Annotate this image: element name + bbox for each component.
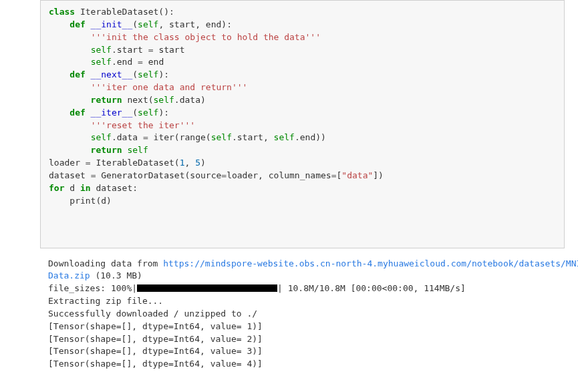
keyword-for: for [49,183,64,193]
keyword-return: return [49,145,122,155]
self-param: self [138,108,158,118]
keyword-def: def [49,19,86,29]
attr: .start [112,45,148,55]
attr: .start, [232,132,274,142]
keyword-def: def [49,108,86,118]
download-url[interactable]: https://mindspore-website.obs.cn-north-4… [163,258,578,268]
output-line: [Tensor(shape=[], dtype=Int64, value= 1)… [48,321,557,333]
progress-stats: | 10.8M/10.8M [00:00<00:00, 114MB/s] [277,283,466,293]
iter-target: dataset: [91,183,138,193]
code-line: dataset = GeneratorDataset(source=loader… [49,170,556,182]
bracket-close: ]) [373,170,384,180]
call: next( [122,95,154,105]
output-line: file_sizes: 100%|| 10.8M/10.8M [00:00<00… [48,282,557,295]
string-literal: "data" [341,170,373,180]
call: IterableDataset( [91,158,180,168]
docstring: '''reset the iter''' [91,120,196,130]
code-line: return next(self.data) [49,94,556,107]
paren-close: ): [158,69,169,79]
output-line: [Tensor(shape=[], dtype=Int64, value= 3)… [48,345,557,358]
attr: .end [112,57,138,67]
output-line: Data.zip (10.3 MB) [48,270,557,282]
var: d [64,183,80,193]
keyword-class: class [49,7,75,17]
progress-prefix: file_sizes: 100%| [48,283,137,293]
rhs: end [143,57,164,67]
code-line: loader = IterableDataset(1, 5) [49,157,556,170]
code-line: def __next__(self): [49,69,556,81]
int-literal: 1 [180,158,185,168]
code-line: def __init__(self, start, end): [49,19,556,31]
attr: .end)) [295,132,326,142]
code-line: return self [49,144,556,157]
size-text: (10.3 MB) [90,270,142,280]
eq-op: = [143,132,148,142]
indent [49,82,91,92]
call: GeneratorDataset(source [96,170,221,180]
code-line: self.end = end [49,56,556,69]
code-line: '''reset the iter''' [49,120,556,132]
docstring: '''init the class object to hold the dat… [91,32,321,42]
output-line: Downloading data from https://mindspore-… [48,258,557,270]
code-line: '''iter one data and return''' [49,81,556,94]
eq-op: = [221,170,227,180]
attr: .data [112,132,143,142]
params: , start, end): [158,19,232,29]
code-text: IterableDataset(): [75,7,174,17]
docstring: '''iter one data and return''' [91,82,248,92]
indent [49,120,91,130]
code-line: self.data = iter(range(self.start, self.… [49,132,556,144]
dl-prefix: Downloading data from [48,258,163,268]
output-cell: Downloading data from https://mindspore-… [40,254,565,375]
output-line: Successfully downloaded / unzipped to ./ [48,308,557,321]
eq-op: = [138,57,143,67]
code-cell: class IterableDataset(): def __init__(se… [40,0,565,248]
indent [49,45,91,55]
output-line: Extracting zip file... [48,295,557,308]
int-literal: 5 [195,158,200,168]
eq-op: = [331,170,337,180]
keyword-def: def [49,69,86,79]
paren-close: ) [200,158,206,168]
comma: , [185,158,196,168]
code-line: for d in dataset: [49,182,556,195]
self-ref: self [154,95,174,105]
self-param: self [138,69,158,79]
var: loader [49,158,86,168]
self-ref: self [274,132,295,142]
self-ref: self [211,132,232,142]
indent [49,32,91,42]
arg: loader, column_names [227,170,331,180]
self-ref: self [91,132,112,142]
dunder-next: __next__ [86,69,132,79]
var: dataset [49,170,91,180]
dunder-init: __init__ [86,19,132,29]
eq-op: = [148,45,154,55]
code-line: '''init the class object to hold the dat… [49,31,556,44]
code-line: print(d) [49,195,556,208]
keyword-return: return [49,95,122,105]
code-line: self.start = start [49,44,556,57]
paren: ( [132,108,138,118]
keyword-in: in [80,183,91,193]
self-ref: self [91,57,112,67]
paren: ( [132,69,138,79]
self-ref: self [91,45,112,55]
print-call: print(d) [49,196,112,206]
call: iter(range( [148,132,211,142]
output-line: [Tensor(shape=[], dtype=Int64, value= 2)… [48,333,557,346]
dunder-iter: __iter__ [86,108,132,118]
self-ref: self [122,145,148,155]
indent [49,57,91,67]
paren-close: ): [158,108,169,118]
paren: ( [132,19,138,29]
attr: .data) [174,95,206,105]
progress-bar-icon [137,284,277,292]
indent [49,132,91,142]
eq-op: = [86,158,91,168]
rhs: start [154,45,185,55]
download-url-cont[interactable]: Data.zip [48,270,90,280]
code-line: class IterableDataset(): [49,6,556,19]
code-line: def __iter__(self): [49,107,556,120]
output-line: [Tensor(shape=[], dtype=Int64, value= 4)… [48,358,557,371]
